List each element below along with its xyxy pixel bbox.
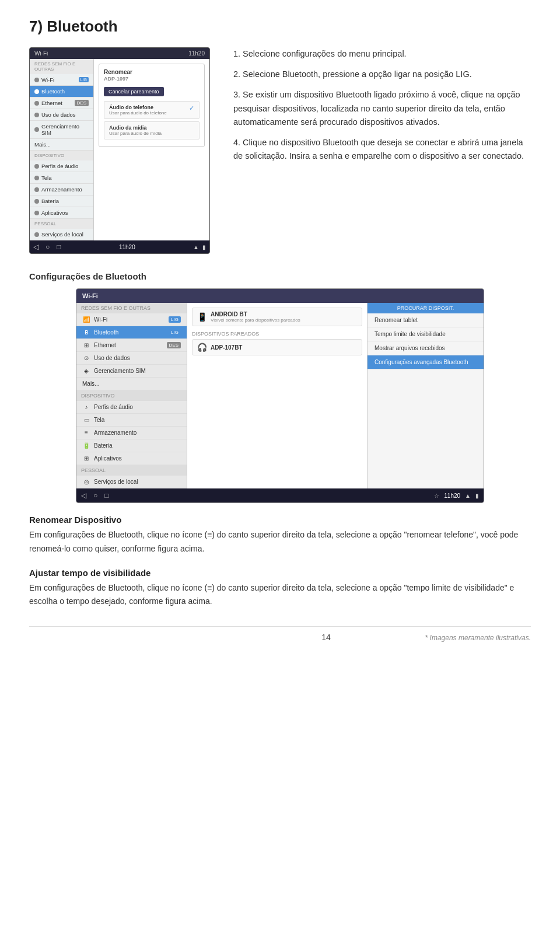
android-device-section: 📱 ANDROID BT Visível somente para dispos… (192, 308, 362, 326)
tela-icon (34, 176, 39, 180)
sidebar-bluetooth-label: Bluetooth (41, 88, 65, 95)
dialog-subtitle: ADP-1097 (104, 76, 128, 82)
audio-phone-sub: Usar para áudio do telefone (109, 110, 194, 116)
screenshots-column: Wi-Fi 11h20 REDES SEM FIO E OUTRAS Wi-Fi… (29, 47, 216, 254)
bt-armazenamento-label: Armazenamento (94, 430, 136, 436)
bt-tela-icon: ▭ (82, 417, 90, 423)
bt-bateria-label: Bateria (94, 442, 113, 449)
search-devices-btn[interactable]: PROCURAR DISPOSIT. (368, 303, 484, 313)
bt-wifi-icon: 📶 (82, 316, 90, 323)
bt-sidebar-dados: ⊙ Uso de dados (76, 352, 187, 365)
sim-icon (34, 127, 39, 132)
step4-text: 4. Clique no dispositivo Bluetooth que d… (233, 136, 531, 163)
page-number: 14 (227, 633, 425, 642)
bt-time: 11h20 (444, 493, 460, 499)
sidebar-ethernet: Ethernet DES (30, 97, 93, 109)
bt-apps-label: Aplicativos (94, 455, 122, 462)
screenshot-1-sidebar: REDES SEM FIO E OUTRAS Wi-Fi LIG Bluetoo… (30, 59, 94, 240)
top-section: Wi-Fi 11h20 REDES SEM FIO E OUTRAS Wi-Fi… (29, 47, 531, 254)
recents-icon: □ (57, 243, 61, 251)
bt-ethernet-icon: ⊞ (82, 342, 90, 348)
rename-device-section: Renomear Dispositivo Em configurações de… (29, 515, 531, 556)
bt-content: REDES SEM FIO E OUTRAS 📶 Wi-Fi LIG Ƀ Blu… (76, 303, 484, 488)
bt-sidebar-ethernet: ⊞ Ethernet DES (76, 339, 187, 352)
bt-local-label: Serviços de local (94, 479, 138, 485)
bt-status-bar: ☆ 11h20 ▲ ▮ (434, 493, 479, 499)
bt-armazenamento-icon: ≡ (82, 430, 90, 436)
rename-dialog: Renomear ADP-1097 Cancelar pareamento ✓ … (99, 64, 205, 147)
sidebar-apps: Aplicativos (30, 207, 93, 219)
bt-sidebar-bateria2: 🔋 Bateria (76, 439, 187, 452)
status-icons-1: ▲ ▮ (193, 244, 206, 250)
rename-device-title: Renomear Dispositivo (29, 515, 531, 525)
bt-local-icon: ◎ (82, 479, 90, 485)
bt-ethernet-label: Ethernet (94, 342, 116, 348)
wifi-toggle: LIG (79, 77, 89, 82)
android-device-info: ANDROID BT Visível somente para disposit… (211, 311, 300, 323)
sidebar-bateria: Bateria (30, 196, 93, 207)
bt-battery-status: ▮ (475, 493, 479, 499)
bt-sidebar-wifi: 📶 Wi-Fi LIG (76, 313, 187, 326)
home-icon: ○ (46, 243, 50, 251)
audio-media-title: Áudio da mídia (109, 125, 194, 131)
menu-rename-tablet[interactable]: Renomear tablet (368, 313, 484, 327)
cancel-pairing-btn[interactable]: Cancelar pareamento (104, 87, 164, 96)
sidebar-sim-label: Gerenciamento SIM (41, 123, 89, 136)
bt-back-icon: ◁ (81, 491, 86, 500)
paired-device-info: ADP-107BT (211, 344, 242, 351)
sidebar-mais-label: Mais... (34, 141, 51, 148)
bt-recents-icon: □ (104, 491, 108, 500)
paired-device-name: ADP-107BT (211, 344, 242, 351)
bt-dados-icon: ⊙ (82, 355, 90, 361)
screenshot-1-main: Renomear ADP-1097 Cancelar pareamento ✓ … (94, 59, 209, 240)
screenshot-1-time: 11h20 (188, 50, 205, 57)
bt-sim-label: Gerenciamento SIM (94, 368, 146, 374)
bt-apps-icon: ⊞ (82, 455, 90, 462)
screenshot-1-topbar: Wi-Fi 11h20 (30, 48, 209, 59)
bt-topbar: Wi-Fi (76, 289, 484, 303)
audio-phone-title: Áudio do telefone (109, 104, 194, 110)
bt-nav-icons: ◁ ○ □ (81, 491, 109, 500)
visibility-title: Ajustar tempo de visibilidade (29, 568, 531, 578)
bt-home-icon: ○ (93, 491, 97, 500)
sidebar-armazenamento: Armazenamento (30, 184, 93, 196)
local-icon (34, 232, 39, 237)
bt-sidebar: REDES SEM FIO E OUTRAS 📶 Wi-Fi LIG Ƀ Blu… (76, 303, 187, 488)
sidebar-sim: Gerenciamento SIM (30, 121, 93, 139)
screenshot-1-title: Wi-Fi (34, 50, 48, 57)
menu-show-received[interactable]: Mostrar arquivos recebidos (368, 341, 484, 355)
bt-main-content: 📱 ANDROID BT Visível somente para dispos… (187, 303, 367, 488)
menu-visibility-timeout[interactable]: Tempo limite de visibilidade (368, 327, 484, 341)
ethernet-toggle: DES (75, 100, 89, 106)
bateria-icon (34, 199, 39, 204)
bt-wifi-status: ▲ (465, 493, 471, 499)
paired-device-adp: 🎧 ADP-107BT (192, 339, 362, 355)
dialog-title: Renomear ADP-1097 (104, 69, 200, 82)
bt-sidebar-sim: ◈ Gerenciamento SIM (76, 365, 187, 378)
star-icon: ☆ (434, 493, 439, 499)
menu-advanced-settings[interactable]: Configurações avançadas Bluetooth (368, 355, 484, 369)
page-footer: 14 * Imagens meramente ilustrativas. (29, 626, 531, 642)
bt-sidebar-section2: DISPOSITIVO (76, 390, 187, 401)
nav-icons: ◁ ○ □ (33, 243, 61, 251)
bt-perfis-label: Perfis de áudio (94, 404, 133, 410)
sidebar-bateria-label: Bateria (41, 198, 59, 204)
bt-bluetooth-label: Bluetooth (94, 329, 118, 336)
audio-option-media: Áudio da mídia Usar para áudio de mídia (104, 121, 200, 139)
step3-text: 3. Se existir um dispositivo Bluetooth l… (233, 88, 531, 129)
bt-sidebar-section3: PESSOAL (76, 465, 187, 476)
instruction-text: 1. Selecione configurações do menu princ… (233, 47, 531, 254)
sidebar-section-dispositivo: DISPOSITIVO (30, 151, 93, 160)
bt-sidebar-tela2: ▭ Tela (76, 414, 187, 427)
bt-sidebar-mais: Mais... (76, 378, 187, 390)
android-device-icon: 📱 (197, 312, 207, 322)
bt-screenshot: Wi-Fi REDES SEM FIO E OUTRAS 📶 Wi-Fi LIG… (76, 288, 484, 503)
sidebar-perfis: Perfis de áudio (30, 160, 93, 172)
perfis-icon (34, 164, 39, 169)
screenshot-1-time-bottom: 11h20 (119, 244, 135, 250)
bt-sidebar-bluetooth: Ƀ Bluetooth LIG (76, 326, 187, 339)
android-device-name: ANDROID BT (211, 311, 300, 317)
audio-option-phone: ✓ Áudio do telefone Usar para áudio do t… (104, 101, 200, 119)
sidebar-armazenamento-label: Armazenamento (41, 186, 82, 193)
sidebar-local-label: Serviços de local (41, 231, 83, 238)
